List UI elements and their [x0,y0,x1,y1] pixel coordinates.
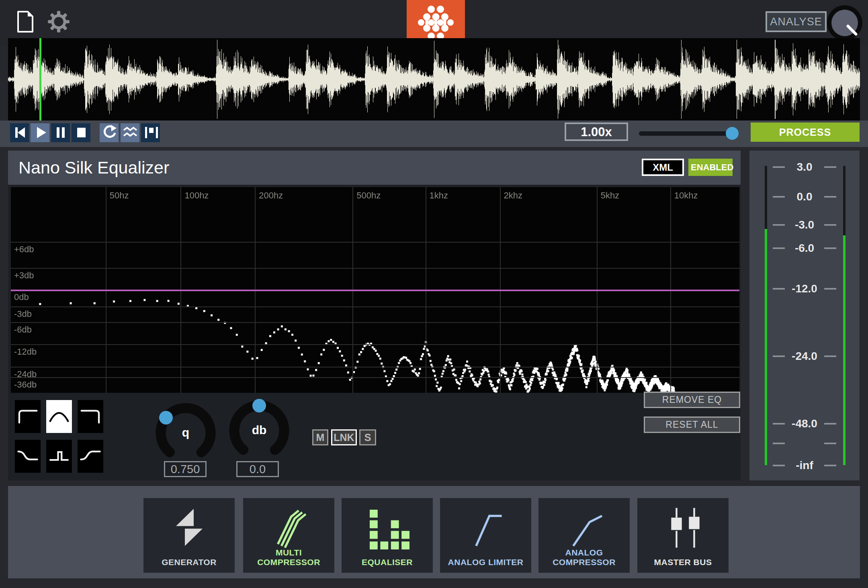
faders-icon [661,505,705,549]
module-selector-strip: GENERATORMULTI COMPRESSOREQUALISERANALOG… [8,486,860,578]
module-label: ANALOG COMPRESSOR [538,548,630,567]
plugin-panel: Nano Silk Equalizer XML ENABLED 50hz100h… [8,151,741,480]
freq-tick-label: 100hz [184,190,209,201]
meter-scale-label: -3.0 [778,218,831,231]
freq-tick-label: 2khz [504,190,522,201]
filter-notch-button[interactable] [46,440,72,473]
new-file-icon[interactable] [15,10,35,35]
db-tick-label: -6db [14,325,32,335]
filter-lowpass-button[interactable] [78,400,103,433]
lightning-icon [167,505,211,549]
xml-button[interactable]: XML [642,159,684,176]
plugin-title: Nano Silk Equalizer [18,158,169,178]
meter-tick [824,443,836,444]
module-label: MULTI COMPRESSOR [243,548,334,567]
db-tick-label: +6db [14,244,34,255]
db-gridline [11,306,739,307]
freq-tick-label: 500hz [356,190,381,201]
module-tile-equaliser[interactable]: EQUALISER [342,498,433,573]
db-tick-label: -36db [14,380,37,390]
module-tile-multi-compressor[interactable]: MULTI COMPRESSOR [243,498,334,573]
meter-scale-label: -6.0 [778,242,831,255]
q-knob-indicator-dot [159,411,173,425]
stop-button[interactable] [72,123,90,142]
reset-all-button[interactable]: RESET ALL [644,416,740,433]
q-value-field[interactable]: 0.750 [164,461,207,477]
speed-slider-track[interactable] [639,131,738,136]
freq-tick-label: 5khz [601,190,619,201]
play-icon [31,123,49,142]
meter-bar-green-fill [765,229,767,465]
master-level-knob[interactable] [825,4,864,42]
meter-bar-right [843,166,845,465]
q-knob[interactable]: q [154,401,218,465]
db-tick-label: +3db [14,270,34,281]
settings-gear-icon[interactable] [47,10,70,35]
limiter-curve-icon [464,505,508,549]
filter-highpass-button[interactable] [15,400,41,433]
module-tile-generator[interactable]: GENERATOR [143,498,235,573]
play-button[interactable] [31,123,49,142]
enabled-toggle-button[interactable]: ENABLED [688,159,733,176]
freq-tick-label: 50hz [110,190,129,201]
q-knob-label: q [154,426,218,439]
speed-slider-thumb[interactable] [726,127,739,140]
analyse-button[interactable]: ANALYSE [766,11,827,32]
db-gridline [11,344,739,345]
eq-spectrum-graph[interactable]: 50hz100hz200hz500hz1khz2khz5khz10khz+6db… [11,187,739,393]
loop-icon [100,123,119,142]
db-tick-label: -3db [14,309,32,319]
filter-shelf-down-button[interactable] [15,440,41,473]
channel-m-button[interactable]: M [312,429,328,445]
process-button[interactable]: PROCESS [751,122,860,142]
compressor-curve-icon [562,505,606,549]
playhead-cursor[interactable] [39,38,41,120]
module-label: GENERATOR [143,557,235,567]
filter-shelf-down-icon [15,443,40,468]
loop-button[interactable] [100,123,119,142]
meter-bar-left [765,166,767,465]
meter-scale-label: 3.0 [778,161,831,174]
meter-scale-label: -inf [778,459,831,472]
stop-icon [72,123,90,142]
skip-start-button[interactable] [10,123,29,142]
filter-highpass-icon [15,403,40,428]
pause-button[interactable] [51,123,70,142]
eq-zero-curve-line [11,290,739,291]
waveform-display[interactable] [8,38,860,120]
db-value-field[interactable]: 0.0 [236,461,279,477]
db-gridline [11,367,739,368]
filter-shelf-up-button[interactable] [78,440,103,473]
freq-tick-label: 200hz [259,190,283,201]
pause-icon [51,123,70,142]
trim-button[interactable] [141,123,160,142]
meter-scale-label: -24.0 [778,350,831,363]
module-tile-analog-limiter[interactable]: ANALOG LIMITER [440,498,531,573]
module-label: EQUALISER [342,557,433,567]
skip-start-icon [10,123,29,142]
freq-tick-label: 10khz [674,190,698,201]
channel-s-button[interactable]: S [359,429,376,445]
remove-eq-button[interactable]: REMOVE EQ [644,392,740,408]
shuffle-button[interactable] [121,123,139,142]
db-knob[interactable]: db [227,398,291,463]
app-window: ANALYSE 1.00x PROCESS Nano Silk Equalize… [0,0,868,588]
db-knob-indicator-dot [252,399,266,412]
module-tile-analog-compressor[interactable]: ANALOG COMPRESSOR [538,498,630,573]
filter-bell-button[interactable] [46,400,72,433]
meter-scale-label: 0.0 [778,190,831,203]
module-tile-master-bus[interactable]: MASTER BUS [637,498,729,573]
plugin-header: Nano Silk Equalizer XML ENABLED [8,151,741,185]
channel-lnk-button[interactable]: LNK [331,429,357,445]
meter-scale-label: -48.0 [778,417,831,430]
meter-tick [773,443,785,444]
playback-speed-value[interactable]: 1.00x [565,122,628,141]
trim-icon [141,123,160,142]
meter-scale-label: -12.0 [778,282,831,295]
eq-bars-icon [365,505,409,549]
db-gridline [11,377,739,378]
db-gridline [11,242,739,243]
freq-tick-label: 1khz [430,190,448,201]
module-label: ANALOG LIMITER [440,557,531,567]
filter-bell-icon [47,403,72,428]
